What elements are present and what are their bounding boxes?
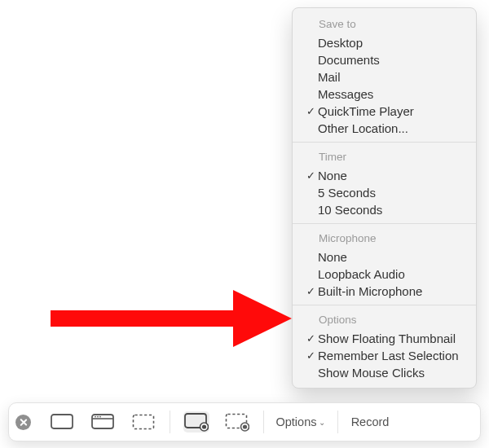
menu-section-header-timer: Timer (293, 147, 476, 167)
record-button[interactable]: Record (338, 404, 402, 441)
menu-item-label: Messages (318, 86, 466, 103)
options-menu: Save to Desktop Documents Mail Messages … (292, 7, 477, 389)
menu-item-mic-none[interactable]: None (293, 248, 476, 266)
menu-item-show-thumbnail[interactable]: ✓Show Floating Thumbnail (293, 330, 476, 347)
svg-point-7 (99, 416, 101, 418)
check-icon: ✓ (303, 330, 318, 347)
menu-item-timer-10s[interactable]: 10 Seconds (293, 201, 476, 218)
record-selection-button[interactable] (224, 411, 250, 433)
menu-item-label: 5 Seconds (318, 184, 466, 201)
menu-item-label: Show Mouse Clicks (318, 364, 466, 381)
menu-item-label: Remember Last Selection (318, 347, 466, 364)
menu-item-label: Loopback Audio (318, 266, 466, 283)
svg-marker-1 (233, 290, 292, 347)
menu-item-label: Mail (318, 68, 466, 86)
menu-item-timer-5s[interactable]: 5 Seconds (293, 184, 476, 201)
svg-point-11 (202, 424, 206, 428)
menu-item-label: Desktop (318, 34, 466, 51)
svg-rect-2 (51, 415, 73, 428)
close-button[interactable] (15, 415, 31, 430)
menu-section-header-microphone: Microphone (293, 229, 476, 248)
svg-point-6 (97, 416, 99, 418)
capture-selection-button[interactable] (130, 411, 156, 433)
record-selection-icon (225, 412, 249, 432)
svg-rect-0 (51, 310, 240, 327)
menu-item-label: Documents (318, 51, 466, 68)
check-icon: ✓ (303, 103, 318, 120)
menu-section-header-options: Options (293, 310, 476, 330)
menu-item-remember-selection[interactable]: ✓Remember Last Selection (293, 347, 476, 364)
svg-point-5 (95, 416, 96, 418)
menu-item-mic-builtin[interactable]: ✓Built-in Microphone (293, 283, 476, 300)
menu-section-header-save-to: Save to (293, 15, 476, 34)
menu-item-other-location[interactable]: Other Location... (293, 120, 476, 137)
options-button-label: Options (276, 415, 317, 428)
menu-item-label: Other Location... (318, 120, 466, 137)
menu-item-timer-none[interactable]: ✓None (293, 167, 476, 184)
menu-separator (293, 305, 476, 305)
record-entire-screen-button[interactable] (183, 411, 209, 433)
record-screen-icon (184, 412, 209, 432)
menu-item-show-clicks[interactable]: Show Mouse Clicks (293, 364, 476, 381)
capture-entire-screen-button[interactable] (49, 411, 75, 433)
callout-arrow-icon (51, 290, 292, 349)
menu-item-label: None (318, 248, 466, 266)
capture-window-button[interactable] (90, 411, 116, 433)
menu-separator (293, 142, 476, 143)
menu-item-desktop[interactable]: Desktop (293, 34, 476, 51)
menu-item-label: 10 Seconds (318, 201, 466, 218)
menu-item-label: None (318, 167, 466, 184)
check-icon: ✓ (303, 167, 318, 184)
menu-item-messages[interactable]: Messages (293, 86, 476, 103)
chevron-down-icon: ⌄ (319, 418, 325, 427)
screenshot-toolbar: Options ⌄ Record (8, 402, 481, 441)
menu-item-label: QuickTime Player (318, 103, 466, 120)
menu-item-documents[interactable]: Documents (293, 51, 476, 68)
options-button[interactable]: Options ⌄ (264, 404, 337, 441)
svg-rect-8 (134, 415, 154, 429)
menu-separator (293, 223, 476, 224)
menu-item-label: Built-in Microphone (318, 283, 466, 300)
entire-screen-icon (51, 413, 73, 431)
menu-item-quicktime-player[interactable]: ✓QuickTime Player (293, 103, 476, 120)
svg-point-14 (243, 424, 247, 428)
menu-item-mail[interactable]: Mail (293, 68, 476, 86)
close-icon (20, 419, 27, 426)
check-icon: ✓ (303, 283, 318, 300)
menu-item-label: Show Floating Thumbnail (318, 330, 466, 347)
selection-icon (132, 413, 155, 431)
menu-item-mic-loopback[interactable]: Loopback Audio (293, 266, 476, 283)
check-icon: ✓ (303, 347, 318, 364)
window-icon (91, 413, 114, 431)
record-button-label: Record (351, 415, 390, 428)
